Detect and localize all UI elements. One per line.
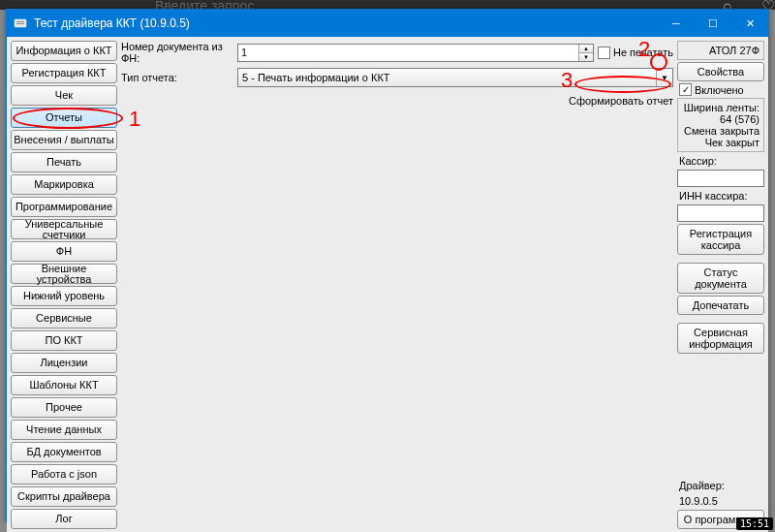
taskbar-clock: 15:51 (736, 517, 773, 530)
report-type-label: Тип отчета: (121, 72, 233, 83)
svg-rect-2 (16, 21, 24, 22)
cashier-inn-label: ИНН кассира: (677, 189, 764, 203)
spin-down-icon[interactable]: ▼ (579, 53, 593, 61)
sidebar-item[interactable]: ФН (11, 241, 117, 262)
no-print-label: Не печатать (613, 47, 673, 58)
sidebar-item[interactable]: Маркировка (11, 174, 117, 195)
driver-label: Драйвер: (677, 479, 764, 492)
report-type-dropdown[interactable]: 5 - Печать информации о ККТ ▼ (237, 68, 673, 87)
doc-num-spinner[interactable]: ▲ ▼ (578, 45, 593, 61)
checkbox-box[interactable]: ✓ (679, 83, 692, 96)
sidebar-item[interactable]: Скрипты драйвера (11, 486, 117, 507)
sidebar-item[interactable]: Лог (11, 509, 117, 529)
sidebar-item[interactable]: Регистрация ККТ (11, 63, 117, 83)
sidebar-item[interactable]: БД документов (11, 442, 117, 462)
driver-version: 10.9.0.5 (677, 494, 764, 508)
doc-num-input[interactable]: ▲ ▼ (237, 44, 594, 62)
sidebar: Информация о ККТРегистрация ККТЧекОтчеты… (11, 41, 117, 529)
sidebar-item[interactable]: Прочее (11, 397, 117, 418)
sidebar-item[interactable]: Программирование (11, 197, 117, 217)
chevron-down-icon[interactable]: ▼ (656, 69, 672, 86)
sidebar-item[interactable]: Чтение данных (11, 420, 117, 440)
properties-button[interactable]: Свойства (677, 62, 764, 81)
spin-up-icon[interactable]: ▲ (579, 45, 593, 53)
cashier-inn-input[interactable] (677, 204, 764, 222)
sidebar-item[interactable]: Работа с json (11, 464, 117, 485)
doc-status-button[interactable]: Статус документа (677, 263, 764, 294)
sidebar-item[interactable]: Чек (11, 85, 117, 106)
register-cashier-button[interactable]: Регистрация кассира (677, 224, 764, 255)
form-report-button[interactable]: Сформировать отчет (569, 95, 673, 107)
sidebar-item[interactable]: ПО ККТ (11, 330, 117, 351)
tape-width-value: 64 (576) (682, 113, 760, 125)
checkbox-box[interactable] (598, 47, 610, 59)
sidebar-item[interactable]: Шаблоны ККТ (11, 375, 117, 395)
sidebar-item[interactable]: Внешние устройства (11, 264, 117, 284)
sidebar-item[interactable]: Лицензии (11, 353, 117, 373)
enabled-checkbox[interactable]: ✓ Включено (677, 83, 764, 96)
sidebar-item[interactable]: Универсальные счетчики (11, 219, 117, 239)
tape-width-label: Ширина ленты: (682, 102, 760, 113)
cashier-input[interactable] (677, 170, 764, 187)
sidebar-item[interactable]: Нижний уровень (11, 286, 117, 306)
no-print-checkbox[interactable]: Не печатать (598, 47, 673, 59)
sidebar-item[interactable]: Печать (11, 152, 117, 172)
right-panel: АТОЛ 27Ф Свойства ✓ Включено Ширина лент… (677, 41, 764, 529)
sidebar-item[interactable]: Отчеты (11, 108, 117, 128)
main-window: Тест драйвера ККТ (10.9.0.5) ─ ☐ ✕ Инфор… (6, 9, 769, 522)
reprint-button[interactable]: Допечатать (677, 296, 764, 315)
close-button[interactable]: ✕ (731, 10, 768, 37)
center-panel: Номер документа из ФН: ▲ ▼ Не печатать Т… (121, 41, 673, 529)
app-icon (13, 16, 28, 31)
window-title: Тест драйвера ККТ (10.9.0.5) (34, 16, 658, 30)
enabled-label: Включено (695, 84, 744, 96)
check-status: Чек закрыт (682, 137, 760, 148)
status-info-block: Ширина ленты: 64 (576) Смена закрыта Чек… (677, 98, 764, 152)
sidebar-item[interactable]: Сервисные (11, 308, 117, 329)
report-type-value: 5 - Печать информации о ККТ (242, 72, 390, 83)
titlebar[interactable]: Тест драйвера ККТ (10.9.0.5) ─ ☐ ✕ (7, 10, 768, 37)
sidebar-item[interactable]: Внесения / выплаты (11, 130, 117, 150)
doc-num-label: Номер документа из ФН: (121, 41, 233, 64)
svg-rect-3 (16, 23, 24, 24)
shift-status: Смена закрыта (682, 125, 760, 137)
service-info-button[interactable]: Сервисная информация (677, 323, 764, 354)
minimize-button[interactable]: ─ (658, 10, 695, 37)
doc-num-field[interactable] (238, 45, 578, 61)
sidebar-item[interactable]: Информация о ККТ (11, 41, 117, 61)
device-name: АТОЛ 27Ф (677, 41, 764, 60)
maximize-button[interactable]: ☐ (695, 10, 731, 37)
cashier-label: Кассир: (677, 154, 764, 168)
